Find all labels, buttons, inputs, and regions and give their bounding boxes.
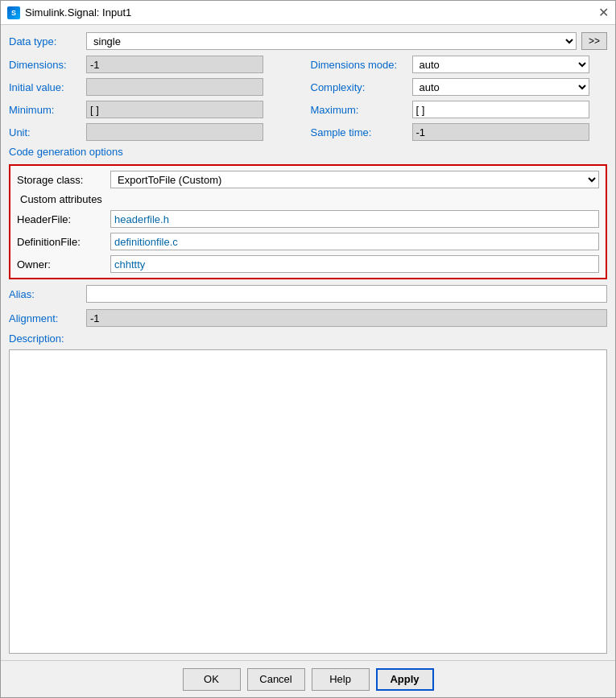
close-button[interactable]: ✕ xyxy=(598,6,609,19)
alignment-row: Alignment: xyxy=(9,308,607,328)
maximum-label: Maximum: xyxy=(311,104,407,116)
unit-input[interactable] xyxy=(86,123,263,141)
custom-attributes-label: Custom attributes xyxy=(20,193,102,205)
ok-button[interactable]: OK xyxy=(183,668,241,691)
window-icon: S xyxy=(7,6,20,19)
initial-value-input[interactable] xyxy=(86,78,263,96)
data-type-select[interactable]: single xyxy=(86,32,577,50)
owner-label: Owner: xyxy=(17,258,105,271)
initial-value-row: Initial value: Complexity: auto xyxy=(9,78,607,96)
description-label: Description: xyxy=(9,332,64,345)
storage-class-row: Storage class: ExportToFile (Custom) xyxy=(17,171,599,188)
definition-file-row: DefinitionFile: xyxy=(17,233,599,250)
apply-button[interactable]: Apply xyxy=(376,668,434,691)
complexity-select[interactable]: auto xyxy=(412,78,589,96)
dimensions-mode-select[interactable]: auto xyxy=(412,56,589,73)
alias-label: Alias: xyxy=(9,288,81,300)
owner-row: Owner: xyxy=(17,255,599,273)
maximum-input[interactable] xyxy=(412,101,589,118)
complexity-label: Complexity: xyxy=(311,81,407,93)
minimum-label: Minimum: xyxy=(9,104,81,116)
header-file-label: HeaderFile: xyxy=(17,213,105,225)
alignment-input[interactable] xyxy=(86,309,607,327)
data-type-label: Data type: xyxy=(9,35,81,47)
form-content: Data type: single >> Dimensions: Dimensi… xyxy=(1,25,615,660)
owner-input[interactable] xyxy=(110,255,599,273)
unit-label: Unit: xyxy=(9,126,81,138)
window-title: Simulink.Signal: Input1 xyxy=(25,6,131,19)
dimensions-label: Dimensions: xyxy=(9,59,81,71)
initial-value-label: Initial value: xyxy=(9,81,81,93)
minimum-input[interactable] xyxy=(86,101,263,118)
definition-file-label: DefinitionFile: xyxy=(17,236,105,248)
header-file-row: HeaderFile: xyxy=(17,210,599,228)
dimensions-mode-label: Dimensions mode: xyxy=(311,59,407,71)
description-section: Description: xyxy=(9,332,607,345)
cancel-button[interactable]: Cancel xyxy=(247,668,305,691)
dimensions-input[interactable] xyxy=(86,56,263,73)
alias-row: Alias: xyxy=(9,284,607,304)
header-file-input[interactable] xyxy=(110,210,599,228)
arrow-button[interactable]: >> xyxy=(581,32,607,50)
sample-time-input[interactable] xyxy=(412,123,589,141)
storage-class-select[interactable]: ExportToFile (Custom) xyxy=(110,171,599,188)
dimensions-row: Dimensions: Dimensions mode: auto xyxy=(9,56,607,73)
code-gen-label: Code generation options xyxy=(9,146,607,158)
alignment-label: Alignment: xyxy=(9,312,81,324)
min-max-row: Minimum: Maximum: xyxy=(9,101,607,118)
alias-input[interactable] xyxy=(86,285,607,303)
main-window: S Simulink.Signal: Input1 ✕ Data type: s… xyxy=(0,0,616,698)
code-gen-box: Storage class: ExportToFile (Custom) Cus… xyxy=(9,164,607,279)
title-bar: S Simulink.Signal: Input1 ✕ xyxy=(1,1,615,25)
help-button[interactable]: Help xyxy=(312,668,370,691)
title-bar-left: S Simulink.Signal: Input1 xyxy=(7,6,131,19)
sample-time-label: Sample time: xyxy=(311,126,407,138)
unit-sample-row: Unit: Sample time: xyxy=(9,123,607,141)
footer: OK Cancel Help Apply xyxy=(1,660,615,697)
custom-attributes-section: Custom attributes xyxy=(17,193,599,205)
description-textarea[interactable] xyxy=(9,349,607,654)
data-type-row: Data type: single >> xyxy=(9,31,607,51)
definition-file-input[interactable] xyxy=(110,233,599,250)
storage-class-label: Storage class: xyxy=(17,174,105,186)
